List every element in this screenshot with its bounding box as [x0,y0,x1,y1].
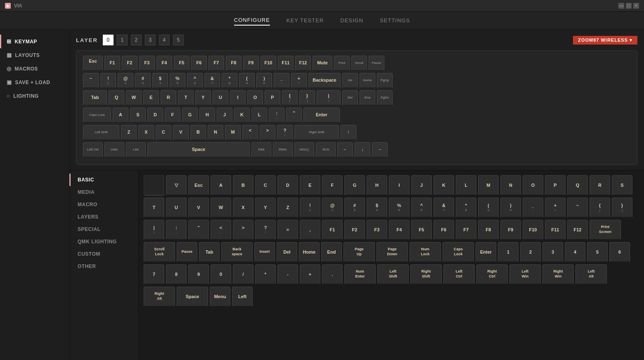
key-lwin[interactable]: LWin [104,142,124,158]
nav-settings[interactable]: SETTINGS [380,16,410,25]
kc-hash[interactable]: #3 [344,198,365,218]
kc-y[interactable]: Y [255,198,276,218]
kc-underscore[interactable]: _- [523,198,543,218]
kc-home[interactable]: Home [299,242,320,263]
kc-right-ctrl[interactable]: RightCtrl [476,264,508,285]
kc-page-down[interactable]: PageDown [376,242,408,263]
key-v[interactable]: V [173,125,189,141]
maximize-button[interactable]: □ [626,3,632,9]
key-right[interactable]: → [372,142,388,158]
nav-key-tester[interactable]: KEY TESTER [286,16,324,25]
key-o[interactable]: O [247,90,263,106]
kc-left-win[interactable]: LeftWin [509,264,541,285]
kc-num-slash[interactable]: / [233,264,253,285]
bottom-item-qmk-lighting[interactable]: QMK LIGHTING [69,235,138,248]
kc-num-enter[interactable]: NumEnter [344,264,376,285]
kc-left-alt[interactable]: LeftAlt [575,264,607,285]
kc-l[interactable]: L [456,175,476,196]
key-h[interactable]: H [199,108,215,123]
key-f[interactable]: F [165,108,180,123]
key-lalt[interactable]: LAlt [126,142,146,158]
key-rbracket[interactable]: }] [299,90,315,106]
key-comma[interactable]: <, [242,125,258,141]
key-e[interactable]: E [143,90,159,106]
layer-5-button[interactable]: 5 [173,35,184,45]
key-mo1[interactable]: MO(1) [294,142,314,158]
key-f7[interactable]: F7 [208,56,224,71]
key-pause[interactable]: Pause [369,56,384,71]
key-pgdn[interactable]: PgDn [377,90,393,106]
key-5[interactable]: %5 [170,73,185,89]
kc-num-minus[interactable]: - [277,264,298,285]
key-rwin[interactable]: RWin [273,142,293,158]
kc-s[interactable]: S [612,175,632,196]
kc-rparen[interactable]: )0 [500,198,521,218]
key-g[interactable]: G [182,108,198,123]
kc-right-alt[interactable]: RightAlt [144,287,175,307]
key-n[interactable]: N [208,125,223,141]
kc-left-ctrl[interactable]: LeftCtrl [443,264,475,285]
key-backspace[interactable]: Backspace [308,73,341,89]
kc-f6[interactable]: F6 [433,220,454,240]
kc-backspace[interactable]: Backspace [221,242,253,263]
kc-pause[interactable]: Pause [177,242,197,263]
kc-lt[interactable]: <, [211,220,231,240]
kc-f1[interactable]: F1 [322,220,343,240]
sidebar-item-save-load[interactable]: ▣ SAVE + LOAD [0,75,69,89]
kc-p[interactable]: P [545,175,566,196]
key-slash[interactable]: ?/ [277,125,293,141]
key-d[interactable]: D [147,108,163,123]
key-2[interactable]: @2 [118,73,133,89]
key-t[interactable]: T [178,90,194,106]
kc-gt[interactable]: >. [233,220,253,240]
key-space[interactable]: Space [147,142,250,158]
key-f9[interactable]: F9 [243,56,259,71]
kc-insert[interactable]: Insert [254,242,275,263]
kc-h[interactable]: H [367,175,387,196]
minimize-button[interactable]: — [618,3,624,9]
key-c[interactable]: C [156,125,171,141]
kc-num2[interactable]: 2 [520,242,541,263]
kc-q[interactable]: Q [567,175,588,196]
key-6[interactable]: ^6 [187,73,203,89]
key-1[interactable]: !1 [100,73,116,89]
nav-design[interactable]: DESIGN [340,16,363,25]
kc-num-star[interactable]: * [255,264,276,285]
kc-o[interactable]: O [523,175,543,196]
kc-lparen[interactable]: (9 [478,198,499,218]
key-tab[interactable]: Tab [83,90,107,106]
kc-i[interactable]: I [389,175,410,196]
kc-dquote[interactable]: "' [188,220,209,240]
key-i[interactable]: I [230,90,246,106]
layer-1-button[interactable]: 1 [117,35,128,45]
kc-right-win[interactable]: RightWin [542,264,574,285]
key-print[interactable]: Print [334,56,350,71]
kc-f7[interactable]: F7 [456,220,476,240]
layer-4-button[interactable]: 4 [159,35,170,45]
kc-f9[interactable]: F9 [500,220,521,240]
key-x[interactable]: X [138,125,154,141]
kc-f5[interactable]: F5 [411,220,432,240]
key-minus[interactable]: _- [274,73,289,89]
key-rctl[interactable]: RCtl [316,142,336,158]
kc-f11[interactable]: F11 [545,220,566,240]
bottom-item-other[interactable]: OTHER [69,260,138,273]
kc-g[interactable]: G [344,175,365,196]
kc-comma[interactable]: , [300,220,320,240]
kc-f12[interactable]: F12 [567,220,588,240]
kc-print-screen[interactable]: PrintScreen [590,220,621,240]
kc-b[interactable]: B [233,175,253,196]
key-left[interactable]: ← [337,142,353,158]
kc-f[interactable]: F [322,175,343,196]
kc-page-up[interactable]: PageUp [343,242,375,263]
keyboard-selector[interactable]: ZOOM87 WIRELESS ▾ [573,36,637,45]
key-backslash[interactable]: |\ [317,90,341,106]
kc-space[interactable]: Space [177,287,208,307]
key-w[interactable]: W [126,90,142,106]
kc-a[interactable]: A [211,175,231,196]
layer-3-button[interactable]: 3 [145,35,156,45]
key-f8[interactable]: F8 [226,56,242,71]
kc-num3[interactable]: 3 [542,242,563,263]
kc-caps-lock[interactable]: CapsLock [443,242,474,263]
kc-left-shift[interactable]: LeftShift [377,264,409,285]
